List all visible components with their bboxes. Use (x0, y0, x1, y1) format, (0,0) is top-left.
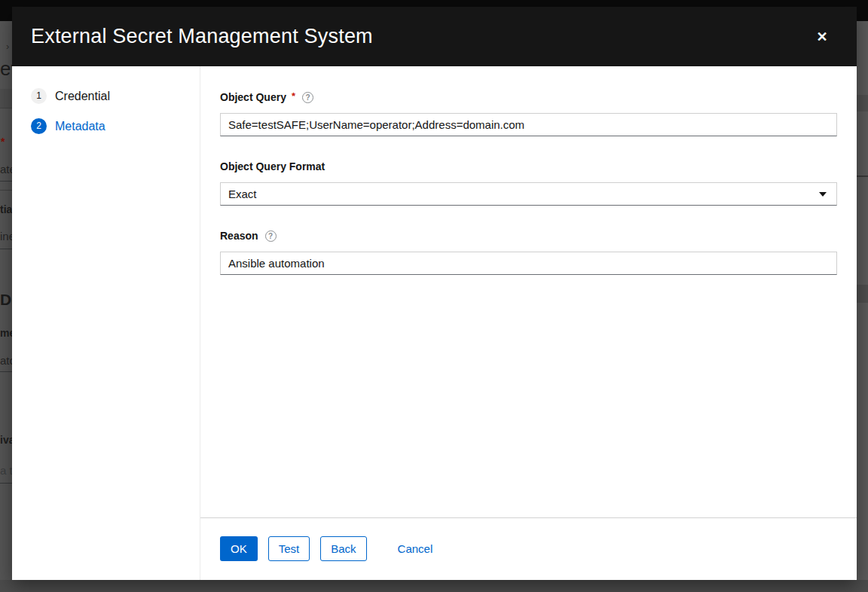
background-right-band-2 (857, 285, 868, 303)
external-secret-management-modal: External Secret Management System ✕ 1 Cr… (12, 7, 857, 580)
close-icon[interactable]: ✕ (813, 28, 831, 46)
help-icon[interactable]: ? (302, 92, 313, 103)
page-title-fragment: et (0, 57, 12, 81)
background-label-fragment: tia (0, 203, 12, 215)
background-divider (0, 190, 12, 191)
background-right-divider (857, 175, 868, 177)
background-page-bottom-strip (0, 580, 868, 592)
background-required-asterisk: * (1, 136, 5, 148)
back-button[interactable]: Back (320, 536, 366, 561)
background-select-text-fragment: ine (0, 230, 12, 243)
object-query-input[interactable] (220, 113, 837, 136)
object-query-format-label: Object Query Format (220, 160, 325, 172)
test-button[interactable]: Test (268, 536, 310, 561)
required-asterisk: * (292, 90, 295, 102)
background-placeholder-fragment: a t (0, 464, 12, 477)
modal-header: External Secret Management System ✕ (12, 7, 857, 66)
background-input-text-fragment: ate (0, 163, 12, 175)
object-query-field: Object Query * ? (220, 91, 837, 136)
background-input-border-2 (0, 249, 12, 249)
step-number-badge: 1 (31, 88, 47, 104)
ok-button[interactable]: OK (220, 536, 258, 561)
object-query-format-label-row: Object Query Format (220, 160, 837, 172)
wizard-nav: 1 Credential 2 Metadata (12, 66, 200, 580)
help-icon[interactable]: ? (265, 230, 277, 242)
background-right-band (857, 95, 868, 111)
background-input-border (0, 181, 12, 182)
cancel-button[interactable]: Cancel (388, 536, 443, 561)
background-input-border-4 (0, 483, 12, 484)
reason-label-row: Reason ? (220, 230, 837, 242)
selected-option-label: Exact (228, 188, 257, 200)
wizard-main-pane: Object Query * ? Object Query Format Exa… (200, 66, 857, 580)
background-input-text-fragment-2: ato (0, 354, 12, 367)
object-query-label-row: Object Query * ? (220, 91, 837, 103)
background-section-heading-fragment: De (0, 291, 12, 309)
reason-field: Reason ? (220, 230, 837, 275)
step-number-badge: 2 (31, 118, 47, 134)
background-label-fragment-2: me (0, 327, 12, 339)
background-label-fragment-3: iva (0, 434, 12, 446)
reason-label: Reason (220, 230, 258, 242)
metadata-form: Object Query * ? Object Query Format Exa… (200, 66, 857, 517)
modal-title: External Secret Management System (31, 25, 373, 48)
background-input-border-3 (0, 371, 12, 372)
object-query-format-select[interactable]: Exact (220, 182, 837, 206)
breadcrumb-chevron-fragment: › (6, 41, 9, 52)
caret-down-icon (819, 192, 827, 197)
wizard-step-label: Credential (55, 90, 110, 103)
wizard-step-metadata[interactable]: 2 Metadata (31, 118, 200, 134)
background-tabstrip-fragment (0, 89, 12, 108)
background-page-left-strip: › et * ate tia ine De me ato iva a t (0, 21, 12, 580)
object-query-format-field: Object Query Format Exact (220, 160, 837, 206)
modal-footer: OK Test Back Cancel (200, 517, 857, 580)
object-query-label: Object Query (220, 91, 286, 103)
wizard-step-credential[interactable]: 1 Credential (31, 88, 200, 104)
reason-input[interactable] (220, 252, 837, 275)
modal-body: 1 Credential 2 Metadata Object Query * ? (12, 66, 857, 580)
wizard-step-label: Metadata (55, 120, 105, 133)
background-page-right-strip (857, 21, 868, 580)
